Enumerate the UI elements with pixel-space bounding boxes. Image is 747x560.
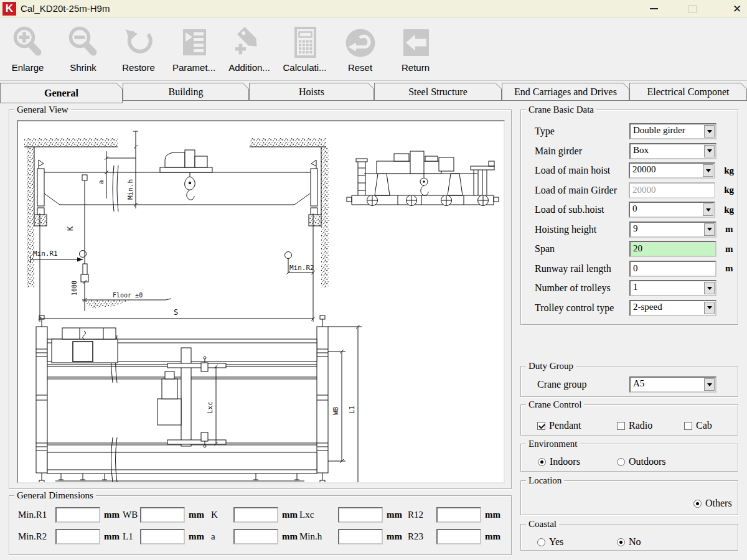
close-button[interactable]: ✕ xyxy=(725,0,747,17)
reset-button[interactable]: Reset xyxy=(332,17,388,80)
type-combo[interactable]: Double girder xyxy=(629,123,716,139)
crane-group-label: Crane group xyxy=(537,379,629,390)
toolbar: Enlarge Shrink Restore xyxy=(0,17,747,81)
gd-wb-input[interactable] xyxy=(140,507,185,523)
chevron-down-icon[interactable] xyxy=(704,125,715,138)
chevron-down-icon[interactable] xyxy=(704,302,715,314)
coastal-yes-radio[interactable] xyxy=(537,538,545,546)
tab-electrical[interactable]: Electrical Componet xyxy=(629,83,747,101)
chevron-down-icon[interactable] xyxy=(704,282,715,294)
gd-r12-input[interactable] xyxy=(436,507,481,523)
chevron-down-icon[interactable] xyxy=(704,145,715,157)
duty-group: Duty Group Crane group A5 xyxy=(520,366,738,397)
others-radio[interactable] xyxy=(693,500,702,508)
load-main-hoist-combo[interactable]: 20000 xyxy=(629,162,715,179)
tab-building[interactable]: Building xyxy=(123,83,249,101)
field-row-hoisting-height: Hoisting height 9 m xyxy=(535,222,734,238)
number-of-trolleys-value: 1 xyxy=(633,282,638,292)
shrink-label: Shrink xyxy=(70,62,96,73)
location-group: Location Others xyxy=(520,480,738,515)
others-label: Others xyxy=(705,498,732,509)
indoors-option[interactable]: Indoors xyxy=(538,456,580,467)
dim-label-wb: WB xyxy=(332,406,340,415)
load-main-girder-label: Load of main Girder xyxy=(535,185,629,196)
outdoors-option[interactable]: Outdoors xyxy=(617,456,666,467)
gd-k-input[interactable] xyxy=(233,507,278,523)
gd-minr2-label: Min.R2 xyxy=(18,531,55,542)
chevron-down-icon[interactable] xyxy=(703,203,713,216)
runway-rail-length-input[interactable]: 0 xyxy=(629,261,716,277)
coastal-no-option[interactable]: No xyxy=(617,536,641,548)
enlarge-button[interactable]: Enlarge xyxy=(0,17,55,80)
radio-option[interactable]: Radio xyxy=(617,420,652,431)
tab-general[interactable]: General xyxy=(0,83,123,103)
number-of-trolleys-combo[interactable]: 1 xyxy=(629,280,716,296)
dim-label-floor: Floor ±0 xyxy=(113,292,143,299)
gd-r23: R23 mm xyxy=(408,529,500,544)
type-value: Double girder xyxy=(633,125,685,136)
load-sub-hoist-label: Load of sub.hoist xyxy=(535,204,629,215)
pendant-option[interactable]: Pendant xyxy=(537,420,581,431)
load-sub-hoist-combo[interactable]: 0 xyxy=(629,202,715,218)
calculation-button[interactable]: Calculati... xyxy=(277,17,332,80)
reset-label: Reset xyxy=(348,62,372,73)
crane-group-value: A5 xyxy=(633,378,644,389)
tab-label: Hoists xyxy=(250,83,374,100)
tab-steel-structure[interactable]: Steel Structure xyxy=(374,83,502,101)
main-girder-label: Main girder xyxy=(535,146,629,157)
indoors-label: Indoors xyxy=(550,456,580,467)
gd-a: a mm xyxy=(211,529,298,544)
gd-minr2-input[interactable] xyxy=(55,529,100,544)
tab-label: General xyxy=(1,83,122,103)
cab-checkbox[interactable] xyxy=(684,422,692,430)
trolley-control-type-combo[interactable]: 2-speed xyxy=(629,300,716,316)
calculation-icon xyxy=(288,25,322,60)
gd-a-input[interactable] xyxy=(233,529,278,544)
gd-minr1-label: Min.R1 xyxy=(18,510,55,520)
indoors-radio[interactable] xyxy=(538,458,546,466)
main-girder-combo[interactable]: Box xyxy=(629,143,716,159)
pendant-checkbox[interactable] xyxy=(537,422,545,430)
span-input[interactable]: 20 xyxy=(629,241,716,257)
field-row-trolley-control-type: Trolley control type 2-speed xyxy=(535,300,734,316)
additional-label: Addition... xyxy=(228,62,270,73)
parameters-button[interactable]: Paramet... xyxy=(166,17,222,80)
radio-checkbox[interactable] xyxy=(617,422,625,430)
return-button[interactable]: Return xyxy=(388,17,443,80)
trolley-control-type-value: 2-speed xyxy=(633,302,662,312)
others-option[interactable]: Others xyxy=(693,498,732,509)
field-row-load-main-hoist: Load of main hoist 20000 kg xyxy=(535,162,734,179)
shrink-button[interactable]: Shrink xyxy=(55,17,111,80)
coastal-yes-option[interactable]: Yes xyxy=(537,536,563,548)
field-row-type: Type Double girder xyxy=(535,123,734,139)
gd-minh-label: Min.h xyxy=(299,531,338,542)
minimize-button[interactable] xyxy=(641,0,666,17)
maximize-button[interactable] xyxy=(681,0,703,17)
general-view-title: General View xyxy=(14,105,71,115)
coastal-no-radio[interactable] xyxy=(617,538,625,546)
gd-l1-unit: mm xyxy=(189,531,204,542)
chevron-down-icon[interactable] xyxy=(703,164,713,177)
gd-k-label: K xyxy=(211,510,233,520)
gd-r23-input[interactable] xyxy=(436,529,481,544)
cab-option[interactable]: Cab xyxy=(684,420,712,431)
gd-lxc-input[interactable] xyxy=(338,507,383,523)
gd-minr1-input[interactable] xyxy=(55,507,100,523)
chevron-down-icon[interactable] xyxy=(704,223,715,236)
gd-wb-unit: mm xyxy=(189,510,204,520)
tab-hoists[interactable]: Hoists xyxy=(249,83,374,101)
restore-button[interactable]: Restore xyxy=(111,17,166,80)
gd-l1-input[interactable] xyxy=(140,529,185,544)
maximize-icon xyxy=(688,5,697,13)
additional-icon xyxy=(232,25,267,60)
chevron-down-icon[interactable] xyxy=(704,378,715,391)
gd-wb-label: WB xyxy=(123,510,140,520)
tab-end-carriages[interactable]: End Carriages and Drives xyxy=(502,83,629,101)
hoisting-height-combo[interactable]: 9 xyxy=(629,222,716,238)
crane-group-combo[interactable]: A5 xyxy=(629,376,716,393)
crane-control-group: Crane Control Pendant Radio Cab xyxy=(520,404,738,436)
gd-minh-input[interactable] xyxy=(338,529,383,544)
outdoors-radio[interactable] xyxy=(617,458,625,466)
additional-button[interactable]: Addition... xyxy=(222,17,277,80)
crane-basic-data-group: Crane Basic Data Type Double girder Main… xyxy=(520,110,738,325)
